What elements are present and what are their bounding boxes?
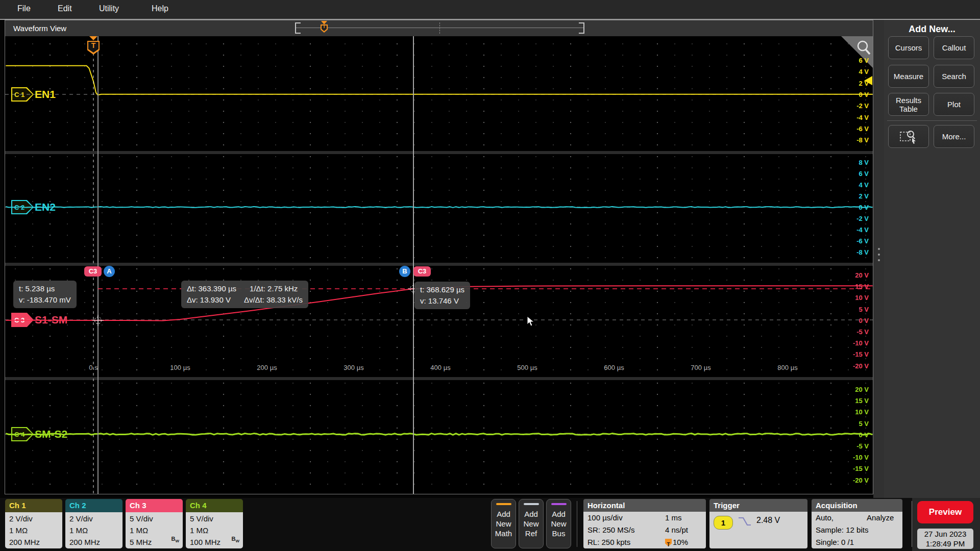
trigger-badge[interactable]: Trigger 1 2.48 V xyxy=(709,499,807,548)
add-cursors-button[interactable]: Cursors xyxy=(888,36,929,59)
trace-4 xyxy=(6,434,872,435)
trace-2 xyxy=(6,207,872,208)
oscilloscope-screen: File Edit Utility Help Waveform View T xyxy=(0,0,980,551)
mouse-cursor xyxy=(527,316,536,327)
preview-button[interactable]: Preview xyxy=(917,501,973,523)
time-axis-label: 500 µs xyxy=(517,364,537,371)
axis-label: -10 V xyxy=(853,454,869,461)
axis-label: 4 V xyxy=(859,181,869,189)
axis-label: -4 V xyxy=(856,226,869,234)
record-view-bar[interactable]: T xyxy=(295,22,584,34)
add-new-title: Add New... xyxy=(884,24,980,35)
axis-label: 15 V xyxy=(855,397,869,405)
graticule[interactable]: T C 1 EN1 C 2 EN2 C 3 S1-SM C 4 SM-S2 C3 xyxy=(5,36,873,494)
axis-label: 0 V xyxy=(859,431,869,438)
cursor-delta-readout: Δt: 363.390 µs1/Δt: 2.75 kHz Δv: 13.930 … xyxy=(181,281,308,308)
axis-label: 10 V xyxy=(855,294,869,302)
menu-file[interactable]: File xyxy=(17,4,31,13)
axis-label: 20 V xyxy=(855,386,869,393)
axis-label: -5 V xyxy=(856,328,869,336)
falling-edge-icon xyxy=(738,516,752,528)
cursor-b-readout: t: 368.629 µs v: 13.746 V xyxy=(414,282,470,309)
add-results-table-button[interactable]: Results Table xyxy=(888,93,929,116)
add-new-math-button[interactable]: Add New Math xyxy=(491,499,516,548)
axis-label: -20 V xyxy=(853,362,869,369)
trigger-t-icon[interactable]: T xyxy=(86,36,101,57)
time-axis-label: 800 µs xyxy=(777,364,797,371)
trigger-source-badge[interactable]: 1 xyxy=(714,516,733,530)
menu-bar: File Edit Utility Help xyxy=(0,0,980,19)
waveform-view: Waveform View T xyxy=(5,20,873,494)
axis-label: -2 V xyxy=(856,102,869,110)
menu-utility[interactable]: Utility xyxy=(99,4,119,13)
time-axis-label: 0 s xyxy=(89,364,97,371)
time-axis-label: 600 µs xyxy=(604,364,624,371)
axis-label: 15 V xyxy=(855,283,869,290)
datetime-display: 27 Jun 2023 1:28:49 PM xyxy=(917,529,973,549)
axis-label: 20 V xyxy=(855,271,869,279)
cursor-b-source-badge[interactable]: C3 xyxy=(413,266,431,277)
waveform-view-title: Waveform View xyxy=(13,24,66,33)
add-callout-button[interactable]: Callout xyxy=(934,36,974,59)
ch4-settings-badge[interactable]: Ch 4 5 V/div1 MΩ100 MHz BW xyxy=(186,499,243,548)
axis-label: 2 V xyxy=(859,192,869,200)
axis-label: 0 V xyxy=(859,204,869,211)
horizontal-badge[interactable]: Horizontal 100 µs/div 1 ms SR: 250 MS/s … xyxy=(583,499,706,548)
axis-label: 5 V xyxy=(859,419,869,427)
ch3-settings-badge[interactable]: Ch 3 5 V/div1 MΩ5 MHz BW xyxy=(126,499,183,548)
add-more-button[interactable]: More... xyxy=(934,125,974,148)
divider xyxy=(887,120,977,121)
zoom-select-icon xyxy=(899,129,918,145)
axis-label: 5 V xyxy=(859,305,869,313)
add-plot-button[interactable]: Plot xyxy=(934,93,974,116)
time-axis-label: 300 µs xyxy=(344,364,363,371)
record-bar-left-bracket xyxy=(295,22,301,34)
bandwidth-limit-badge: BW xyxy=(171,533,179,547)
axis-label: -8 V xyxy=(856,248,869,256)
trigger-position-readout: T10% xyxy=(665,536,688,548)
trigger-level-arrow-icon[interactable] xyxy=(864,76,872,85)
axis-label: -2 V xyxy=(856,215,869,222)
axis-label: -4 V xyxy=(856,113,869,121)
menu-help[interactable]: Help xyxy=(152,4,168,13)
axis-label: 4 V xyxy=(859,68,869,76)
ch2-settings-badge[interactable]: Ch 2 2 V/div1 MΩ200 MHz BW xyxy=(65,499,122,548)
zoom-select-button[interactable] xyxy=(888,125,929,148)
acquisition-badge[interactable]: Acquisition Auto, Analyze Sample: 12 bit… xyxy=(812,499,902,548)
cursor-a-source-badge[interactable]: C3 xyxy=(84,266,102,277)
trigger-level-value: 2.48 V xyxy=(756,516,780,525)
axis-label: -6 V xyxy=(856,124,869,132)
record-trigger-position-icon[interactable]: T xyxy=(321,21,328,34)
menu-edit[interactable]: Edit xyxy=(58,4,72,13)
time-axis-label: 200 µs xyxy=(257,364,277,371)
trace-1 xyxy=(6,66,872,95)
add-measure-button[interactable]: Measure xyxy=(888,65,929,88)
trigger-flag-icon: T xyxy=(665,539,672,546)
axis-label: -6 V xyxy=(856,237,869,245)
cursor-a-badge[interactable]: A xyxy=(104,266,115,277)
axis-label: -5 V xyxy=(856,442,869,450)
axis-label: -10 V xyxy=(853,339,869,347)
add-new-ref-button[interactable]: Add New Ref xyxy=(519,499,544,548)
cursor-b-badge[interactable]: B xyxy=(399,266,410,277)
drag-handle-icon[interactable] xyxy=(873,244,884,265)
waveform-view-header: Waveform View T xyxy=(5,20,873,36)
axis-label: 0 V xyxy=(859,90,869,98)
panel-splitter[interactable] xyxy=(873,20,884,498)
bandwidth-limit-badge: BW xyxy=(231,533,239,547)
settings-bar: Ch 1 2 V/div1 MΩ200 MHz BW Ch 2 2 V/div1… xyxy=(0,498,980,551)
axis-label: 10 V xyxy=(855,408,869,416)
waveform-traces xyxy=(5,36,873,494)
cursor-a-crosshair xyxy=(92,315,104,326)
add-new-bus-button[interactable]: Add New Bus xyxy=(546,499,571,548)
magnifier-icon xyxy=(850,38,872,59)
axis-label: -15 V xyxy=(853,350,869,358)
time-axis-label: 700 µs xyxy=(691,364,710,371)
time-axis-label: 100 µs xyxy=(170,364,190,371)
divider xyxy=(577,501,577,547)
axis-label: 6 V xyxy=(859,170,869,178)
record-bar-center-mark xyxy=(439,22,440,34)
axis-label: -15 V xyxy=(853,465,869,472)
add-search-button[interactable]: Search xyxy=(934,65,974,88)
ch1-settings-badge[interactable]: Ch 1 2 V/div1 MΩ200 MHz BW xyxy=(5,499,62,548)
